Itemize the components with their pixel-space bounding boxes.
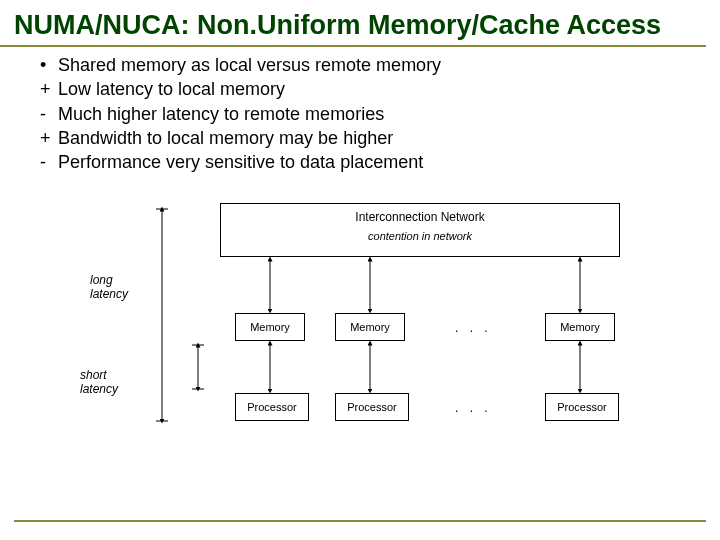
interconnection-network-box: Interconnection Network contention in ne…	[220, 203, 620, 257]
bullet-mark: •	[40, 53, 58, 77]
list-item: - Performance very sensitive to data pla…	[40, 150, 680, 174]
memory-box: Memory	[235, 313, 305, 341]
bullet-mark: -	[40, 150, 58, 174]
bullet-text: Much higher latency to remote memories	[58, 102, 384, 126]
short-latency-label: short latency	[80, 368, 140, 397]
bullet-mark: +	[40, 126, 58, 150]
ellipsis-icon: . . .	[455, 321, 492, 335]
processor-box: Processor	[335, 393, 409, 421]
title-underline	[0, 45, 706, 47]
slide-title: NUMA/NUCA: Non.Uniform Memory/Cache Acce…	[0, 0, 720, 45]
bullet-mark: +	[40, 77, 58, 101]
bullet-text: Performance very sensitive to data place…	[58, 150, 423, 174]
memory-box: Memory	[545, 313, 615, 341]
ellipsis-icon: . . .	[455, 401, 492, 415]
bullet-text: Low latency to local memory	[58, 77, 285, 101]
list-item: • Shared memory as local versus remote m…	[40, 53, 680, 77]
network-subtitle: contention in network	[221, 230, 619, 242]
bullet-mark: -	[40, 102, 58, 126]
processor-box: Processor	[545, 393, 619, 421]
bullet-list: • Shared memory as local versus remote m…	[0, 53, 720, 174]
numa-diagram: Interconnection Network contention in ne…	[90, 193, 630, 443]
list-item: + Bandwidth to local memory may be highe…	[40, 126, 680, 150]
list-item: - Much higher latency to remote memories	[40, 102, 680, 126]
bullet-text: Bandwidth to local memory may be higher	[58, 126, 393, 150]
list-item: + Low latency to local memory	[40, 77, 680, 101]
network-title: Interconnection Network	[221, 210, 619, 224]
bullet-text: Shared memory as local versus remote mem…	[58, 53, 441, 77]
processor-box: Processor	[235, 393, 309, 421]
long-latency-label: long latency	[90, 273, 150, 302]
footer-underline	[14, 520, 706, 522]
memory-box: Memory	[335, 313, 405, 341]
